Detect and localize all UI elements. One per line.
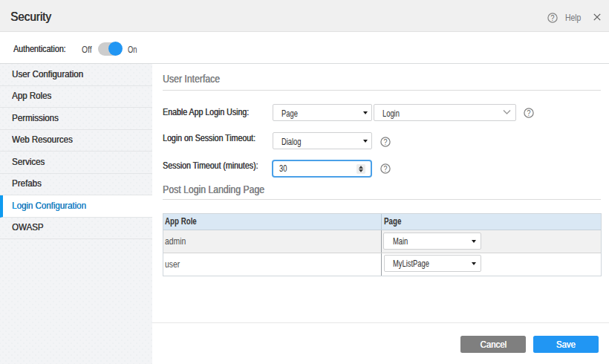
svg-text:?: ? [551,13,555,22]
svg-text:?: ? [384,164,388,173]
svg-text:?: ? [384,137,388,146]
svg-text:?: ? [527,108,531,117]
